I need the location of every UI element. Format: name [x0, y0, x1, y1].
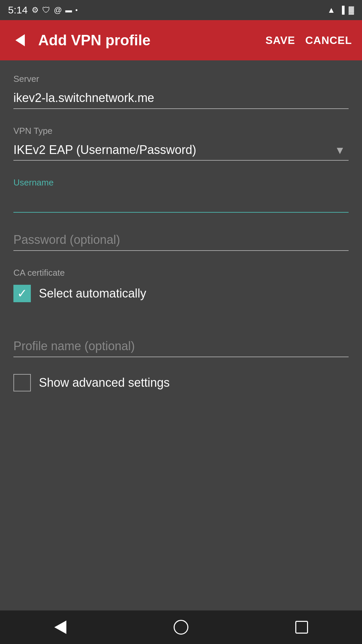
- nav-home-button[interactable]: [168, 614, 194, 641]
- select-automatically-label: Select automatically: [39, 286, 146, 301]
- username-label: Username: [13, 177, 349, 188]
- vpn-type-select[interactable]: IKEv2 EAP (Username/Password) IKEv2 RSA …: [13, 140, 349, 161]
- page-title: Add VPN profile: [38, 32, 257, 49]
- nav-home-icon: [174, 620, 188, 635]
- server-field-group: Server: [13, 74, 349, 109]
- battery-icon: ▓: [349, 6, 354, 14]
- status-bar-left: 5:14 ⚙ 🛡 @ ▬ •: [8, 4, 78, 16]
- status-bar-right: ▲ ▐ ▓: [327, 5, 354, 15]
- profile-name-input[interactable]: [13, 336, 349, 357]
- shield-icon: 🛡: [42, 5, 50, 15]
- ca-certificate-label: CA certificate: [13, 268, 349, 278]
- gear-icon: ⚙: [32, 5, 39, 15]
- nav-recents-button[interactable]: [288, 614, 315, 641]
- show-advanced-settings-checkbox[interactable]: [13, 374, 31, 391]
- dot-icon: •: [75, 6, 78, 14]
- advanced-settings-row: Show advanced settings: [13, 374, 349, 391]
- wifi-icon: ▲: [327, 5, 336, 15]
- ca-certificate-group: CA certificate ✓ Select automatically: [13, 268, 349, 319]
- server-input[interactable]: [13, 88, 349, 109]
- back-arrow-icon: [15, 34, 25, 46]
- select-automatically-checkbox[interactable]: ✓: [13, 285, 31, 302]
- status-time: 5:14: [8, 4, 27, 16]
- save-button[interactable]: SAVE: [265, 34, 295, 47]
- username-field-group: Username: [13, 177, 349, 213]
- username-input[interactable]: [13, 191, 349, 213]
- cancel-button[interactable]: CANCEL: [305, 34, 352, 47]
- password-input[interactable]: [13, 229, 349, 251]
- navigation-bar: [0, 610, 362, 644]
- server-label: Server: [13, 74, 349, 84]
- status-icons: ⚙ 🛡 @ ▬ •: [32, 5, 77, 15]
- status-bar: 5:14 ⚙ 🛡 @ ▬ • ▲ ▐ ▓: [0, 0, 362, 20]
- nav-back-icon: [54, 621, 66, 634]
- password-field-group: [13, 229, 349, 251]
- form-content: Server VPN Type IKEv2 EAP (Username/Pass…: [0, 60, 362, 422]
- card-icon: ▬: [65, 6, 72, 14]
- vpn-type-dropdown-wrapper: IKEv2 EAP (Username/Password) IKEv2 RSA …: [13, 140, 349, 161]
- at-icon: @: [54, 5, 62, 15]
- show-advanced-settings-label: Show advanced settings: [39, 376, 170, 390]
- app-bar: Add VPN profile SAVE CANCEL: [0, 20, 362, 60]
- profile-name-field-group: [13, 336, 349, 357]
- signal-icon: ▐: [339, 6, 345, 14]
- back-button[interactable]: [10, 30, 30, 50]
- checkmark-icon: ✓: [17, 287, 27, 300]
- app-bar-actions: SAVE CANCEL: [265, 34, 352, 47]
- nav-back-button[interactable]: [47, 614, 74, 641]
- select-automatically-row: ✓ Select automatically: [13, 285, 349, 302]
- vpn-type-group: VPN Type IKEv2 EAP (Username/Password) I…: [13, 126, 349, 161]
- nav-recents-icon: [295, 621, 308, 634]
- vpn-type-label: VPN Type: [13, 126, 349, 136]
